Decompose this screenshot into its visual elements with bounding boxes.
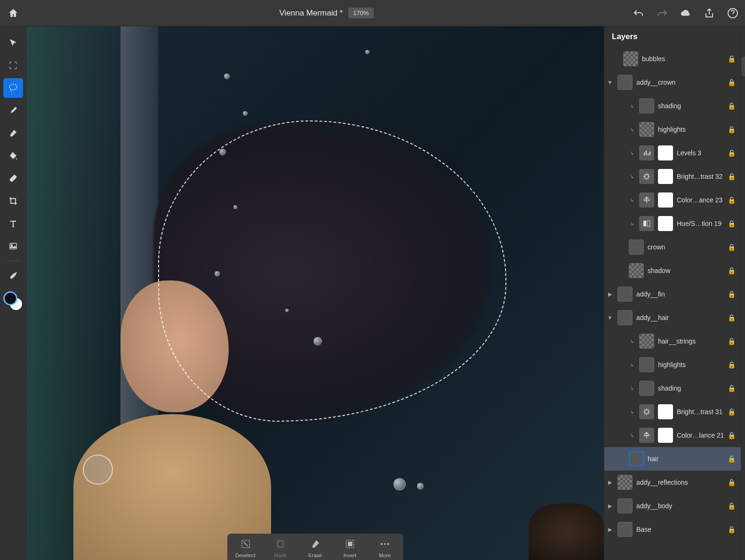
layer-thumb[interactable]: [639, 334, 654, 349]
layer-thumb[interactable]: [629, 263, 644, 278]
mask-thumb[interactable]: [658, 145, 673, 160]
lock-icon[interactable]: 🔒: [728, 196, 736, 204]
layer-thumb[interactable]: [617, 287, 633, 302]
share-button[interactable]: [704, 8, 715, 19]
more-rail-icon[interactable]: [741, 328, 745, 348]
deselect-button[interactable]: Deselect: [229, 537, 262, 558]
lock-icon[interactable]: 🔒: [728, 290, 736, 298]
redo-button[interactable]: [657, 8, 668, 19]
layer-row[interactable]: ▶addy__body🔒: [604, 494, 741, 518]
invert-button[interactable]: Invert: [334, 537, 367, 558]
mask-thumb[interactable]: [658, 192, 673, 208]
canvas[interactable]: Deselect Mask Erase Invert More: [26, 26, 604, 560]
lock-icon[interactable]: 🔒: [728, 149, 736, 157]
lock-icon[interactable]: 🔒: [728, 79, 736, 86]
layer-row[interactable]: ▼addy__hair🔒: [604, 306, 741, 329]
lock-icon[interactable]: 🔒: [728, 432, 736, 439]
lock-icon[interactable]: 🔒: [728, 479, 736, 486]
expand-arrow-icon[interactable]: ▶: [606, 480, 614, 486]
layer-thumb[interactable]: [617, 475, 633, 490]
layer-row[interactable]: shadow🔒: [604, 259, 741, 282]
lock-icon[interactable]: 🔒: [728, 526, 736, 533]
layer-thumb[interactable]: [617, 498, 633, 513]
target-icon[interactable]: [741, 258, 745, 278]
expand-arrow-icon[interactable]: ▶: [606, 291, 614, 297]
cloud-icon[interactable]: [680, 8, 691, 19]
lock-icon[interactable]: 🔒: [728, 126, 736, 133]
layers-tab-icon[interactable]: [741, 56, 745, 76]
move-tool[interactable]: [3, 33, 23, 53]
lock-icon[interactable]: 🔒: [728, 314, 736, 321]
lock-icon[interactable]: 🔒: [728, 455, 736, 463]
crop-tool[interactable]: [3, 191, 23, 211]
zoom-badge[interactable]: 170%: [348, 8, 373, 18]
expand-arrow-icon[interactable]: ▼: [606, 315, 614, 320]
type-tool[interactable]: [3, 214, 23, 233]
color-swatch[interactable]: [3, 291, 23, 311]
place-image-tool[interactable]: [3, 236, 23, 256]
layer-thumb[interactable]: [623, 51, 638, 66]
expand-arrow-icon[interactable]: ▼: [606, 80, 614, 85]
lasso-tool[interactable]: [3, 78, 23, 98]
help-button[interactable]: [727, 8, 738, 19]
layer-row[interactable]: ↳highlights🔒: [604, 118, 741, 141]
lock-icon[interactable]: 🔒: [728, 102, 736, 110]
layer-row[interactable]: ↳shading🔒: [604, 376, 741, 400]
export-icon[interactable]: [741, 281, 745, 301]
lock-icon[interactable]: 🔒: [728, 243, 736, 251]
lock-icon[interactable]: 🔒: [728, 408, 736, 416]
lock-icon[interactable]: 🔒: [728, 55, 736, 63]
lock-icon[interactable]: 🔒: [728, 220, 736, 227]
more-button[interactable]: More: [368, 537, 401, 558]
transform-tool[interactable]: [3, 56, 23, 75]
layer-thumb[interactable]: [617, 75, 633, 90]
expand-arrow-icon[interactable]: ▶: [606, 527, 614, 533]
layer-row[interactable]: ↳Bright…trast 31🔒: [604, 400, 741, 424]
lock-icon[interactable]: 🔒: [728, 267, 736, 274]
layer-row[interactable]: crown🔒: [604, 235, 741, 259]
mask-thumb[interactable]: [658, 169, 673, 184]
eraser-tool[interactable]: [3, 123, 23, 143]
layer-thumb[interactable]: [639, 98, 654, 113]
brush-tool[interactable]: [3, 101, 23, 120]
lock-icon[interactable]: 🔒: [728, 337, 736, 345]
layer-row[interactable]: ▶addy__fin🔒: [604, 282, 741, 306]
layer-row[interactable]: ↳hair__strings🔒: [604, 329, 741, 353]
layer-thumb[interactable]: [617, 310, 633, 325]
eyedropper-tool[interactable]: [3, 266, 23, 286]
adjustments-icon[interactable]: [741, 80, 745, 100]
layer-row[interactable]: ▶Base🔒: [604, 518, 741, 541]
visibility-icon[interactable]: [741, 234, 745, 254]
layer-row[interactable]: ↳shading🔒: [604, 94, 741, 118]
layer-properties-icon[interactable]: [741, 33, 745, 53]
lock-icon[interactable]: 🔒: [728, 502, 736, 510]
heal-tool[interactable]: [3, 168, 23, 188]
layer-thumb[interactable]: [639, 381, 654, 396]
lock-icon[interactable]: 🔒: [728, 173, 736, 180]
layer-thumb[interactable]: [629, 451, 644, 466]
layer-thumb[interactable]: [639, 122, 654, 137]
layer-row[interactable]: ▶addy__reflections🔒: [604, 471, 741, 494]
layer-thumb[interactable]: [639, 357, 654, 372]
layer-row[interactable]: bubbles🔒: [604, 47, 741, 71]
layer-row[interactable]: ↳Bright…trast 32🔒: [604, 165, 741, 188]
add-layer-icon[interactable]: [741, 211, 745, 231]
layer-row[interactable]: ↳Color…lance 21🔒: [604, 424, 741, 447]
lock-icon[interactable]: 🔒: [728, 384, 736, 392]
layer-row[interactable]: ↳Hue/S…tion 19🔒: [604, 212, 741, 235]
fill-tool[interactable]: [3, 146, 23, 166]
mask-thumb[interactable]: [658, 216, 673, 231]
home-button[interactable]: [7, 7, 20, 20]
lock-icon[interactable]: 🔒: [728, 361, 736, 368]
erase-button[interactable]: Erase: [299, 537, 332, 558]
layer-row[interactable]: ↳Levels 3🔒: [604, 141, 741, 165]
mask-thumb[interactable]: [658, 428, 673, 443]
layers-list[interactable]: bubbles🔒▼addy__crown🔒↳shading🔒↳highlight…: [604, 47, 741, 560]
layer-thumb[interactable]: [617, 522, 633, 537]
clear-icon[interactable]: [741, 305, 745, 325]
mask-thumb[interactable]: [658, 404, 673, 419]
layer-row[interactable]: ↳highlights🔒: [604, 353, 741, 376]
layer-row[interactable]: ↳Color…ance 23🔒: [604, 188, 741, 212]
layer-thumb[interactable]: [629, 240, 644, 255]
expand-arrow-icon[interactable]: ▶: [606, 503, 614, 509]
